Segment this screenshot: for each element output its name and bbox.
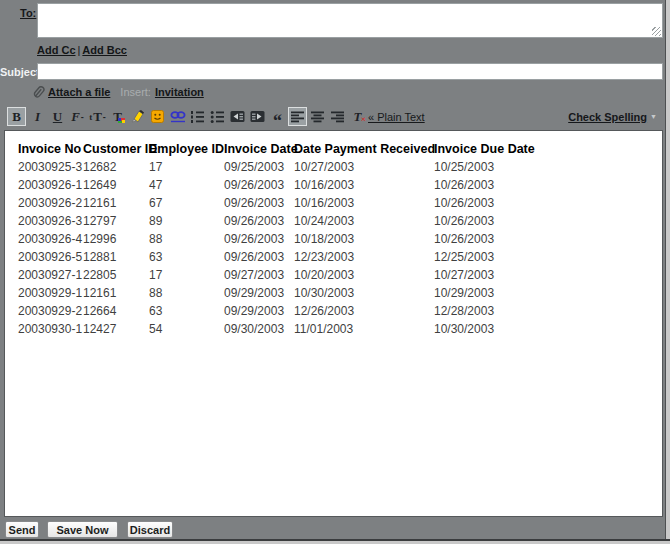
font-icon[interactable]: F- <box>68 107 87 126</box>
table-cell: 12/26/2003 <box>294 304 434 318</box>
table-cell: 20030927-1 <box>18 268 83 282</box>
table-cell: 12427 <box>83 322 149 336</box>
table-cell: 17 <box>149 160 224 174</box>
color-grid <box>118 118 125 123</box>
table-cell: 10/16/2003 <box>294 196 434 210</box>
save-now-button[interactable]: Save Now <box>47 521 118 538</box>
table-cell: 10/16/2003 <box>294 178 434 192</box>
send-button[interactable]: Send <box>5 521 39 538</box>
table-cell: 09/26/2003 <box>224 214 294 228</box>
table-cell: 10/30/2003 <box>294 286 434 300</box>
table-cell: 10/26/2003 <box>434 178 554 192</box>
table-cell: 12/28/2003 <box>434 304 554 318</box>
column-header-invoice-due-date: Invoice Due Date <box>434 142 554 156</box>
table-row: 20030926-1126494709/26/200310/16/200310/… <box>18 176 554 194</box>
table-row: 20030926-4129968809/26/200310/18/200310/… <box>18 230 554 248</box>
table-cell: 09/29/2003 <box>224 304 294 318</box>
table-cell: 12161 <box>83 286 149 300</box>
invitation-link[interactable]: Invitation <box>155 86 204 98</box>
add-cc-link[interactable]: Add Cc <box>37 44 76 56</box>
table-cell: 20030926-3 <box>18 214 83 228</box>
bottom-edge-strip <box>0 539 670 544</box>
outdent-icon[interactable] <box>228 107 247 126</box>
text-size-icon[interactable]: tT- <box>88 107 107 126</box>
to-label: To: <box>20 7 36 19</box>
table-cell: 12881 <box>83 250 149 264</box>
table-cell: 89 <box>149 214 224 228</box>
subject-label: Subject: <box>0 66 33 78</box>
message-body-editor[interactable]: Invoice No Customer ID Employee ID Invoi… <box>4 130 663 517</box>
bold-icon[interactable]: B <box>7 107 26 126</box>
column-header-invoice-date: Invoice Date <box>224 142 294 156</box>
attach-file-link[interactable]: Attach a file <box>48 86 110 98</box>
check-spelling-link[interactable]: Check Spelling▼ <box>568 111 657 123</box>
red-x-mark: × <box>361 115 366 124</box>
table-cell: 10/27/2003 <box>434 268 554 282</box>
italic-icon[interactable]: I <box>28 107 47 126</box>
text-color-icon[interactable]: T <box>108 107 127 126</box>
invoice-table-body: 20030925-3126821709/25/200310/27/200310/… <box>18 158 554 338</box>
invoice-table: Invoice No Customer ID Employee ID Invoi… <box>18 140 554 338</box>
numbered-list-icon[interactable] <box>188 107 207 126</box>
table-cell: 88 <box>149 286 224 300</box>
table-cell: 09/26/2003 <box>224 250 294 264</box>
table-row: 20030926-3127978909/26/200310/24/200310/… <box>18 212 554 230</box>
table-row: 20030925-3126821709/25/200310/27/200310/… <box>18 158 554 176</box>
table-cell: 20030926-1 <box>18 178 83 192</box>
table-row: 20030929-1121618809/29/200310/30/200310/… <box>18 284 554 302</box>
discard-button[interactable]: Discard <box>127 521 173 538</box>
table-cell: 12797 <box>83 214 149 228</box>
cc-bcc-links: Add Cc|Add Bcc <box>37 44 127 56</box>
underline-icon[interactable]: U <box>48 107 67 126</box>
right-edge-strip <box>665 0 670 544</box>
textarea-resize-grip[interactable] <box>652 27 661 36</box>
compose-window: To: Add Cc|Add Bcc Subject: Attach a fil… <box>0 0 670 544</box>
add-bcc-link[interactable]: Add Bcc <box>82 44 127 56</box>
table-cell: 12664 <box>83 304 149 318</box>
table-row: 20030930-1124275409/30/200311/01/200310/… <box>18 320 554 338</box>
table-cell: 20030926-2 <box>18 196 83 210</box>
table-cell: 11/01/2003 <box>294 322 434 336</box>
table-cell: 09/26/2003 <box>224 178 294 192</box>
table-cell: 47 <box>149 178 224 192</box>
emoji-icon[interactable] <box>148 107 167 126</box>
highlighter-icon[interactable] <box>128 107 147 126</box>
table-cell: 67 <box>149 196 224 210</box>
column-header-customer-id: Customer ID <box>83 142 149 156</box>
table-row: 20030926-2121616709/26/200310/16/200310/… <box>18 194 554 212</box>
table-cell: 17 <box>149 268 224 282</box>
paperclip-icon <box>33 85 45 99</box>
table-cell: 10/24/2003 <box>294 214 434 228</box>
table-cell: 09/30/2003 <box>224 322 294 336</box>
table-cell: 63 <box>149 304 224 318</box>
table-cell: 10/27/2003 <box>294 160 434 174</box>
table-cell: 22805 <box>83 268 149 282</box>
subject-input[interactable] <box>37 63 663 80</box>
table-cell: 09/26/2003 <box>224 196 294 210</box>
table-cell: 09/29/2003 <box>224 286 294 300</box>
align-left-icon[interactable] <box>288 107 307 126</box>
align-right-icon[interactable] <box>328 107 347 126</box>
table-row: 20030926-5128816309/26/200312/23/200312/… <box>18 248 554 266</box>
remove-formatting-icon[interactable]: T× <box>348 107 367 126</box>
quote-icon[interactable]: “ <box>268 107 287 126</box>
table-row: 20030927-1228051709/27/200310/20/200310/… <box>18 266 554 284</box>
attach-row: Attach a file Insert: Invitation <box>33 85 204 99</box>
table-cell: 12682 <box>83 160 149 174</box>
align-center-icon[interactable] <box>308 107 327 126</box>
bullet-list-icon[interactable] <box>208 107 227 126</box>
table-cell: 20030925-3 <box>18 160 83 174</box>
plain-text-link[interactable]: « Plain Text <box>368 111 425 123</box>
table-cell: 88 <box>149 232 224 246</box>
to-input[interactable] <box>37 3 663 38</box>
indent-icon[interactable] <box>248 107 267 126</box>
link-icon[interactable] <box>168 107 187 126</box>
table-cell: 10/26/2003 <box>434 214 554 228</box>
table-cell: 10/25/2003 <box>434 160 554 174</box>
table-cell: 10/30/2003 <box>434 322 554 336</box>
table-cell: 12996 <box>83 232 149 246</box>
table-cell: 09/27/2003 <box>224 268 294 282</box>
table-cell: 20030929-1 <box>18 286 83 300</box>
column-header-invoice-no: Invoice No <box>18 142 83 156</box>
table-cell: 10/18/2003 <box>294 232 434 246</box>
